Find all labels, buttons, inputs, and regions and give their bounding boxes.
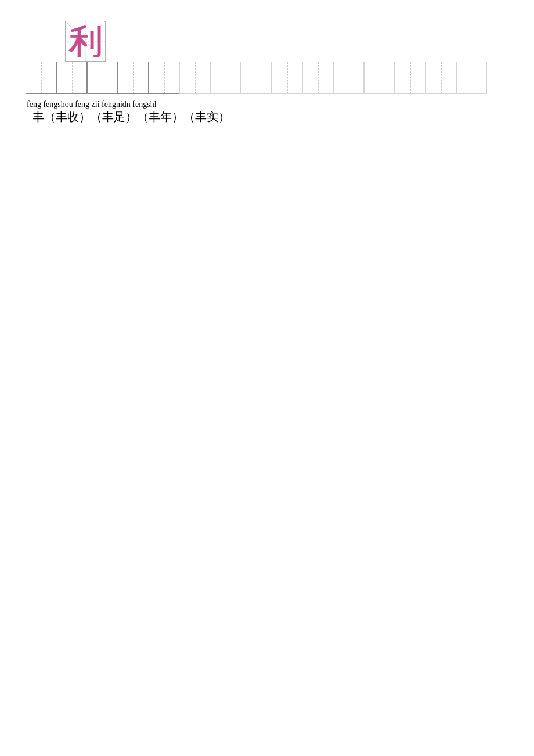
practice-cell [26,62,56,94]
practice-cell [118,62,149,94]
practice-cell [302,62,333,94]
practice-cell [333,62,364,94]
example-character: 利 [69,19,103,64]
pinyin-text: feng fengshou feng zii fengnidn fengshl [27,100,157,109]
example-character-box: 利 [65,21,106,62]
practice-cell [241,62,272,94]
practice-cell [149,62,179,94]
practice-cell [425,62,456,94]
practice-cell [179,62,210,94]
practice-cell [56,62,87,94]
practice-cell [210,62,241,94]
practice-cell [87,62,118,94]
practice-cell [364,62,395,94]
practice-grid-row [26,62,487,94]
practice-cell [395,62,425,94]
practice-cell [456,62,487,94]
practice-cell [272,62,302,94]
hanzi-text: 丰（丰收）（丰足）（丰年）（丰实） [33,109,230,125]
